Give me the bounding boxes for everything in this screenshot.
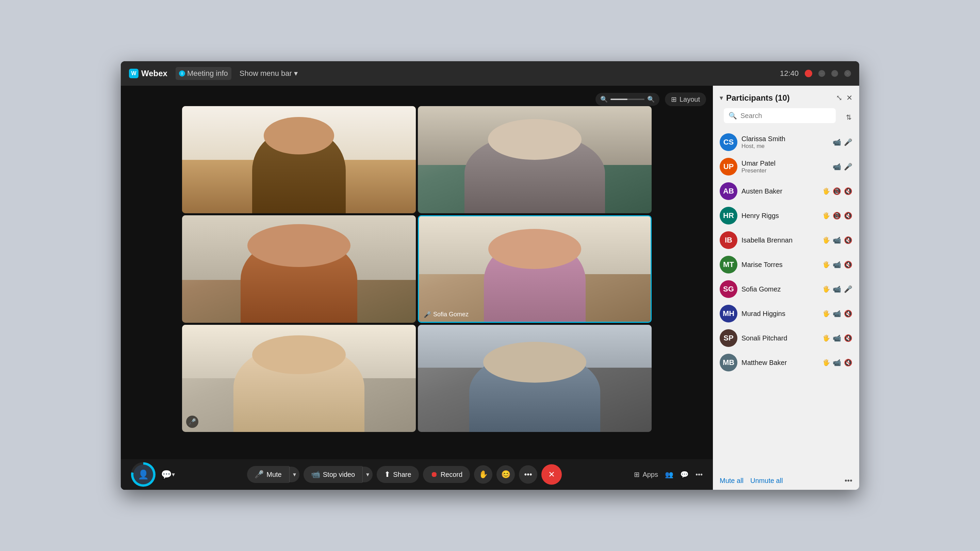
mic-icon: 🔇 (844, 260, 853, 269)
meeting-info-button[interactable]: i Meeting info (176, 67, 231, 80)
video-icon: 📹 (833, 334, 841, 342)
unmute-all-button[interactable]: Unmute all (750, 477, 783, 485)
more-options-button[interactable]: ••• (519, 465, 537, 484)
participant-item[interactable]: CS Clarissa Smith Host, me 📹 🎤 (716, 130, 856, 154)
video-cell-1 (182, 106, 416, 213)
video-icon: 📹 (833, 359, 841, 367)
end-call-button[interactable]: ✕ (541, 464, 562, 485)
ellipsis-icon: ••• (524, 470, 532, 479)
participant-item[interactable]: IB Isabella Brennan 🖐 📹 🔇 (716, 228, 856, 252)
participant-role: Presenter (741, 167, 829, 174)
participant-initials: MB (720, 354, 737, 372)
toolbar-more-button[interactable]: ••• (695, 471, 703, 478)
video-icon: 📹 (311, 470, 320, 479)
share-button[interactable]: ⬆ Share (377, 466, 418, 483)
apps-button[interactable]: ⊞ Apps (634, 470, 658, 478)
participant-role: Host, me (741, 143, 829, 150)
minimize-button[interactable]: ─ (818, 70, 825, 77)
close-button[interactable]: ✕ (844, 70, 851, 77)
mic-on-icon: 🎤 (424, 311, 431, 318)
search-container: 🔍 ⇅ (713, 108, 859, 130)
chevron-down-icon: ▾ (294, 69, 298, 78)
self-camera-icon: 👤 (138, 469, 149, 480)
show-menu-bar-button[interactable]: Show menu bar ▾ (240, 69, 298, 78)
panel-more-button[interactable]: ••• (845, 476, 853, 485)
emoji-button[interactable]: 😊 (496, 465, 515, 484)
mute-arrow-button[interactable]: ▾ (289, 467, 299, 482)
video-area: 🔍 🔍 ⊞ Layout (121, 86, 713, 490)
mic-icon: 🔇 (844, 187, 853, 195)
search-bar: 🔍 (724, 108, 836, 123)
participant-icons: 🖐 📵 🔇 (822, 187, 853, 195)
maximize-button[interactable]: □ (831, 70, 838, 77)
participant-avatar: CS (720, 133, 737, 151)
mute-button[interactable]: 🎤 Mute (247, 466, 289, 483)
video-icon: 📹 (833, 236, 841, 244)
zoom-in-icon[interactable]: 🔍 (647, 95, 655, 103)
participant-item[interactable]: MH Murad Higgins 🖐 📹 🔇 (716, 301, 856, 326)
participant-icons: 🖐 📵 🔇 (822, 211, 853, 220)
video-arrow-button[interactable]: ▾ (363, 467, 372, 482)
layout-button[interactable]: ⊞ Layout (665, 92, 706, 106)
video-cell-6 (418, 325, 652, 432)
participant-initials: HR (720, 207, 737, 224)
participant-name: Matthew Baker (741, 359, 818, 367)
hand-icon: ✋ (479, 470, 488, 479)
video-cell-5: 🎤 (182, 325, 416, 432)
reactions-button[interactable]: ✋ (474, 465, 492, 484)
participant-info: Sonali Pitchard (741, 334, 818, 342)
mic-icon: 🔇 (844, 334, 853, 342)
participants-button[interactable]: 👥 (665, 470, 673, 478)
titlebar-left: W Webex i Meeting info Show menu bar ▾ (129, 67, 298, 80)
more-icon: ••• (695, 471, 703, 478)
participant-icons: 🖐 📹 🔇 (822, 236, 853, 244)
participant-item[interactable]: HR Henry Riggs 🖐 📵 🔇 (716, 203, 856, 228)
participants-icon: 👥 (665, 470, 673, 478)
zoom-slider[interactable] (611, 98, 644, 100)
participant-name: Henry Riggs (741, 212, 818, 220)
hand-raise-icon: 🖐 (822, 310, 830, 318)
webex-logo-text: Webex (141, 69, 167, 78)
video-toolbar-top: 🔍 🔍 ⊞ Layout (595, 92, 706, 106)
participant-item[interactable]: SP Sonali Pitchard 🖐 📹 🔇 (716, 326, 856, 350)
video-cell-3 (182, 215, 416, 322)
share-icon: ⬆ (384, 470, 390, 479)
participant-initials: SG (720, 280, 737, 298)
search-input[interactable] (740, 112, 831, 120)
participant-name: Austen Baker (741, 187, 818, 195)
stop-video-label: Stop video (323, 471, 355, 478)
zoom-control[interactable]: 🔍 🔍 (595, 93, 659, 106)
panel-title: ▾ Participants (10) (720, 93, 790, 103)
titlebar: W Webex i Meeting info Show menu bar ▾ 1… (121, 61, 859, 86)
participant-avatar: MB (720, 354, 737, 372)
clock: 12:40 (780, 69, 799, 78)
video-icon: 📹 (833, 285, 841, 293)
mute-all-button[interactable]: Mute all (720, 477, 743, 485)
participant-item[interactable]: UP Umar Patel Presenter 📹 🎤 (716, 154, 856, 179)
mic-icon: 🎤 (844, 138, 853, 146)
webex-logo-icon: W (129, 69, 138, 78)
apps-label: Apps (643, 471, 658, 478)
participant-item[interactable]: SG Sofia Gomez 🖐 📹 🎤 (716, 277, 856, 301)
mic-icon: 🎤 (844, 163, 853, 171)
chevron-down-icon: ▾ (172, 471, 175, 478)
mic-icon: 🔇 (844, 310, 853, 318)
self-preview-button[interactable]: 👤 (131, 462, 156, 487)
sort-icon[interactable]: ⇅ (844, 111, 854, 124)
participant-item[interactable]: MT Marise Torres 🖐 📹 🔇 (716, 252, 856, 277)
participant-item[interactable]: AB Austen Baker 🖐 📵 🔇 (716, 179, 856, 203)
zoom-slider-fill (611, 98, 627, 100)
hand-raise-icon: 🖐 (822, 237, 830, 244)
self-options-button[interactable]: 💬 ▾ (161, 469, 175, 480)
participant-item[interactable]: MB Matthew Baker 🖐 📹 🔇 (716, 350, 856, 375)
participants-list: CS Clarissa Smith Host, me 📹 🎤 UP Umar P… (713, 130, 859, 472)
stop-video-button[interactable]: 📹 Stop video (304, 466, 363, 483)
popout-button[interactable]: ⤡ (836, 94, 842, 102)
zoom-out-icon[interactable]: 🔍 (600, 95, 608, 103)
panel-close-button[interactable]: ✕ (846, 94, 853, 102)
chat-button[interactable]: 💬 (680, 470, 689, 478)
layout-icon: ⊞ (671, 95, 677, 103)
chevron-icon: ▾ (720, 94, 723, 102)
participant-icons: 🖐 📹 🎤 (822, 285, 853, 293)
record-button[interactable]: ⏺ Record (423, 466, 470, 483)
